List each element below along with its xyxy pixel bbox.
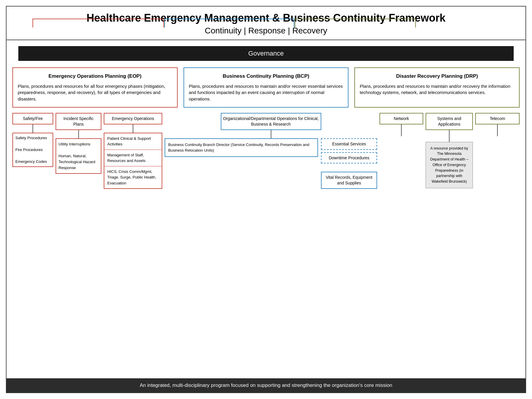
systems-label: Systems and Applications <box>437 116 461 126</box>
incident-sub-2: Human, Natural, Technological Hazard Res… <box>59 153 98 171</box>
vline-emops <box>133 124 133 133</box>
footer: An integrated, multi-disciplinary progra… <box>7 378 525 392</box>
dashed-items-col: Essential Services Downtime Procedures V… <box>321 138 377 189</box>
emops-sub-1: Patient Clinical & Support Activities <box>104 133 162 150</box>
governance-bar: Governance <box>18 46 514 61</box>
safety-sub-box: Safety Procedures Fire Procedures Emerge… <box>12 133 53 167</box>
col-telecom: Telecom <box>475 113 520 136</box>
essential-services-box: Essential Services <box>321 138 377 150</box>
emops-sub-2: Management of Staff, Resources and Asset… <box>104 150 162 166</box>
network-sub <box>379 136 423 145</box>
incident-label: Incident Specific Plans <box>64 116 94 126</box>
safety-sub-2: Fire Procedures <box>15 147 50 153</box>
footer-text: An integrated, multi-disciplinary progra… <box>140 382 392 388</box>
safety-sub-1: Safety Procedures <box>15 135 50 141</box>
page-subtitle: Continuity | Response | Recovery <box>9 26 523 35</box>
vline-bcp <box>271 130 271 138</box>
downtime-procedures-box: Downtime Procedures <box>321 152 377 164</box>
eop-description: Plans, procedures and resources for all … <box>18 83 172 102</box>
drp-description: Plans, procedures and resources to maint… <box>360 83 514 96</box>
vline-systems <box>449 130 450 142</box>
col-incident: Incident Specific Plans Utility Interrup… <box>56 113 101 174</box>
network-label: Network <box>394 116 409 121</box>
header: Healthcare Emergency Management & Busine… <box>7 7 525 40</box>
col-systems: Systems and Applications A resource prov… <box>426 113 473 188</box>
telecom-node: Telecom <box>475 113 520 124</box>
vline-incident <box>78 130 79 138</box>
systems-node: Systems and Applications <box>426 113 473 130</box>
safety-fire-node: Safety/Fire <box>12 113 53 124</box>
bcp-box: Business Continuity Planning (BCP) Plans… <box>184 67 349 108</box>
bcp-ops-label: Organizational/Departmental Operations f… <box>223 116 319 126</box>
telecom-label: Telecom <box>490 116 505 121</box>
emops-sub-3: HICS, Crisis Comm/Mgmt, Triage, Surge, P… <box>104 166 162 189</box>
downtime-procedures-label: Downtime Procedures <box>329 155 369 160</box>
bcp-sub-row: Business Continuity Branch Director (Ser… <box>165 138 377 189</box>
essential-services-label: Essential Services <box>332 142 366 146</box>
vline-safety <box>33 124 33 133</box>
bcp-director-text: Business Continuity Branch Director (Ser… <box>168 142 309 153</box>
bcp-title: Business Continuity Planning (BCP) <box>189 73 343 80</box>
bcp-director-box: Business Continuity Branch Director (Ser… <box>165 138 318 157</box>
vline-network <box>401 124 402 136</box>
planning-row: Emergency Operations Planning (EOP) Plan… <box>12 67 520 108</box>
col-bcp-ops: Organizational/Departmental Operations f… <box>165 113 377 189</box>
incident-sub-1: Utility Interruptions <box>59 141 98 147</box>
safety-fire-label: Safety/Fire <box>23 116 43 121</box>
drp-title: Disaster Recovery Planning (DRP) <box>360 73 514 80</box>
page-title: Healthcare Emergency Management & Busine… <box>9 12 523 24</box>
emops-sub-box: Patient Clinical & Support Activities Ma… <box>104 133 162 189</box>
safety-sub-3: Emergency Codes <box>15 159 50 165</box>
emergency-ops-label: Emergency Operations <box>112 116 154 121</box>
network-node: Network <box>379 113 423 124</box>
vital-records-label: Vital Records, Equipment and Supplies <box>326 175 372 185</box>
vital-records-box: Vital Records, Equipment and Supplies <box>321 172 377 189</box>
drp-box: Disaster Recovery Planning (DRP) Plans, … <box>354 67 520 108</box>
eop-title: Emergency Operations Planning (EOP) <box>18 73 172 80</box>
emergency-ops-node: Emergency Operations <box>104 113 162 124</box>
col-emergency-ops: Emergency Operations Patient Clinical & … <box>104 113 162 189</box>
incident-sub-box: Utility Interruptions Human, Natural, Te… <box>56 138 101 174</box>
incident-node: Incident Specific Plans <box>56 113 101 130</box>
governance-label: Governance <box>248 50 284 57</box>
page-container: Healthcare Emergency Management & Busine… <box>6 6 526 393</box>
col-network: Network <box>379 113 423 145</box>
main-content: Governance Emergency Operations Planning… <box>7 40 525 378</box>
resource-box: A resource provided by The Minnesota Dep… <box>426 142 473 188</box>
vline-telecom <box>497 124 498 136</box>
eop-box: Emergency Operations Planning (EOP) Plan… <box>12 67 178 108</box>
col-safety-fire: Safety/Fire Safety Procedures Fire Proce… <box>12 113 53 167</box>
bcp-ops-node: Organizational/Departmental Operations f… <box>221 113 321 130</box>
resource-text: A resource provided by The Minnesota Dep… <box>430 146 468 184</box>
full-diagram: Safety/Fire Safety Procedures Fire Proce… <box>12 113 520 189</box>
bcp-description: Plans, procedures and resources to maint… <box>189 83 343 102</box>
